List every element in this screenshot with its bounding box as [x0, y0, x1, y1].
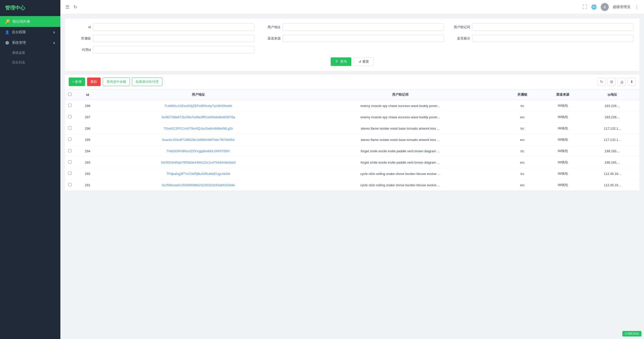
cell-channel: IM钱包: [541, 134, 585, 145]
filter-input-channel[interactable]: [283, 35, 444, 42]
chevron-up-icon: ∧: [53, 41, 55, 45]
cell-mnemonic: enemy muscle spy chase success wave budd…: [296, 100, 504, 111]
cell-channel: IM钱包: [541, 179, 585, 191]
sidebar-item-label: 后台权限: [12, 30, 26, 34]
cell-chain: trc: [504, 168, 541, 179]
filter-actions: 🔍 查询 ↺ 重置: [71, 57, 634, 66]
cell-address[interactable]: TUdMDu1GEzsNSjZEPz6RXobyTpU8A5NsWr: [100, 100, 296, 111]
cell-address[interactable]: TGwGC2PCCrnST8xAfQJocGw6mMWe58LgSr: [100, 123, 296, 134]
table-grid-icon[interactable]: ⊞: [608, 78, 616, 86]
table-body: 298 TUdMDu1GEzsNSjZEPz6RXobyTpU8A5NsWr e…: [65, 100, 640, 191]
cell-address[interactable]: 0x2565ceaf1c50269096b2422f332d163abf153e…: [100, 179, 296, 191]
cell-chain: trc: [504, 145, 541, 157]
sidebar-item-system-settings[interactable]: 系统设置: [0, 48, 60, 58]
filter-input-user-mnemonic[interactable]: [472, 23, 634, 31]
filter-row-channel: 渠道来源: [260, 35, 444, 42]
cell-mnemonic: stereo flame isolate resist base tornado…: [296, 134, 504, 145]
delete-button[interactable]: 删除: [87, 78, 101, 86]
sidebar-item-label: 助记词列表: [13, 19, 30, 24]
query-balance-button[interactable]: 查询选中余额: [103, 78, 130, 86]
cell-id: 296: [75, 123, 100, 134]
row-checkbox[interactable]: [68, 138, 71, 141]
row-checkbox[interactable]: [68, 115, 71, 118]
header-checkbox-cell: [65, 89, 75, 100]
cell-address[interactable]: TPqkafxg3FTvCGkPj8bJGRuMaEUgcAb34i: [100, 168, 296, 179]
cell-ip: 112.45.16...: [585, 168, 640, 179]
filter-row-user-mnemonic: 用户助记词: [450, 23, 634, 31]
topbar-left: ☰ ↻: [65, 4, 77, 10]
filter-input-agent-id[interactable]: [93, 46, 254, 53]
filter-input-user-address[interactable]: [283, 23, 444, 31]
more-icon[interactable]: ⋮: [634, 4, 639, 10]
row-checkbox-cell: [65, 157, 75, 168]
refresh-icon[interactable]: ↻: [73, 4, 77, 10]
row-checkbox[interactable]: [68, 104, 71, 107]
cell-address[interactable]: 0xf3552e45ab7855b0e4484c22c1c4754d444e3e…: [100, 157, 296, 168]
query-button[interactable]: 🔍 查询: [331, 57, 351, 66]
sidebar-item-label: 系统管理: [12, 41, 26, 45]
sidebar-sub-item-label: 系统设置: [12, 51, 25, 55]
batch-show-button[interactable]: 批量展示给代理: [132, 78, 162, 86]
cell-ip: 117.132.1...: [585, 134, 640, 145]
key-icon: 🔑: [5, 19, 10, 24]
table-row: 294 THbDD5FdRkchZ5XVgjq9re68XJXP9Tf58Y f…: [65, 145, 640, 157]
cell-address[interactable]: 0xac6c150c8f7186528c2d966448f70dc7f87b59…: [100, 134, 296, 145]
filter-label-user-address: 用户地址: [260, 25, 281, 29]
cell-chain: erc: [504, 111, 541, 123]
filter-row-agent-id: 代理id: [71, 46, 254, 53]
cell-chain: erc: [504, 134, 541, 145]
reset-button[interactable]: ↺ 重置: [354, 57, 374, 66]
filter-row-chain: 所属链: [71, 35, 254, 42]
sidebar-item-mnemonic-list[interactable]: 🔑 助记词列表: [0, 16, 60, 27]
cell-id: 297: [75, 111, 100, 123]
filter-panel: id 用户地址 用户助记词 所属链 渠道来源: [64, 18, 640, 71]
filter-label-channel: 渠道来源: [260, 36, 281, 41]
user-name: 超级管理员: [613, 5, 630, 9]
cell-address[interactable]: THbDD5FdRkchZ5XVgjq9re68XJXP9Tf58Y: [100, 145, 296, 157]
cell-mnemonic: enemy muscle spy chase success wave budd…: [296, 111, 504, 123]
row-checkbox[interactable]: [68, 126, 71, 130]
table-print-icon[interactable]: 🖨: [618, 78, 626, 86]
sidebar-item-system-management[interactable]: ⚙️ 系统管理 ∧: [0, 37, 60, 48]
row-checkbox[interactable]: [68, 172, 71, 175]
cell-channel: IM钱包: [541, 168, 585, 179]
table-header: id 用户地址 用户助记词 所属链 渠道来源 ip地址: [65, 89, 640, 100]
version-badge: 0.096163s: [622, 331, 641, 336]
row-checkbox[interactable]: [68, 183, 71, 186]
filter-label-user-mnemonic: 用户助记词: [450, 25, 470, 29]
cell-ip: 183.228....: [585, 111, 640, 123]
add-button[interactable]: + 新增: [69, 78, 85, 86]
sidebar-logo: 管理中心: [0, 0, 60, 16]
row-checkbox[interactable]: [68, 160, 71, 164]
sidebar-item-backend-log[interactable]: 后台日志: [0, 58, 60, 67]
user-icon: 👤: [5, 30, 9, 34]
fullscreen-icon[interactable]: ⛶: [583, 4, 587, 10]
table-panel: + 新增 删除 查询选中余额 批量展示给代理 ↻ ⊞ 🖨 ⬇: [64, 74, 640, 191]
cell-address[interactable]: 0x3627d9e672b1f9a7ed9a3ff51e004de9b46397…: [100, 111, 296, 123]
sidebar-item-backend-permissions[interactable]: 👤 后台权限 ∨: [0, 27, 60, 37]
table-toolbar: + 新增 删除 查询选中余额 批量展示给代理 ↻ ⊞ 🖨 ⬇: [65, 74, 640, 89]
filter-row-id: id: [71, 23, 254, 31]
cell-channel: IM钱包: [541, 100, 585, 111]
select-all-checkbox[interactable]: [68, 93, 71, 96]
cell-channel: IM钱包: [541, 157, 585, 168]
filter-input-chain[interactable]: [93, 35, 254, 42]
row-checkbox-cell: [65, 123, 75, 134]
table-refresh-icon[interactable]: ↻: [597, 78, 605, 86]
filter-input-show[interactable]: [472, 35, 634, 42]
menu-toggle-icon[interactable]: ☰: [65, 4, 69, 10]
table-row: 296 TGwGC2PCCrnST8xAfQJocGw6mMWe58LgSr s…: [65, 123, 640, 134]
toolbar-left: + 新增 删除 查询选中余额 批量展示给代理: [69, 78, 162, 86]
table-row: 293 0xf3552e45ab7855b0e4484c22c1c4754d44…: [65, 157, 640, 168]
col-header-user-mnemonic: 用户助记词: [296, 89, 504, 100]
table-row: 292 TPqkafxg3FTvCGkPj8bJGRuMaEUgcAb34i c…: [65, 168, 640, 179]
search-icon: 🔍: [335, 60, 339, 64]
cell-channel: IM钱包: [541, 111, 585, 123]
row-checkbox[interactable]: [68, 149, 71, 152]
filter-input-id[interactable]: [93, 23, 254, 31]
cell-ip: 117.132.1...: [585, 123, 640, 134]
table-export-icon[interactable]: ⬇: [628, 78, 636, 86]
globe-icon[interactable]: 🌐: [591, 4, 597, 10]
table-row: 297 0x3627d9e672b1f9a7ed9a3ff51e004de9b4…: [65, 111, 640, 123]
cell-chain: trc: [504, 100, 541, 111]
